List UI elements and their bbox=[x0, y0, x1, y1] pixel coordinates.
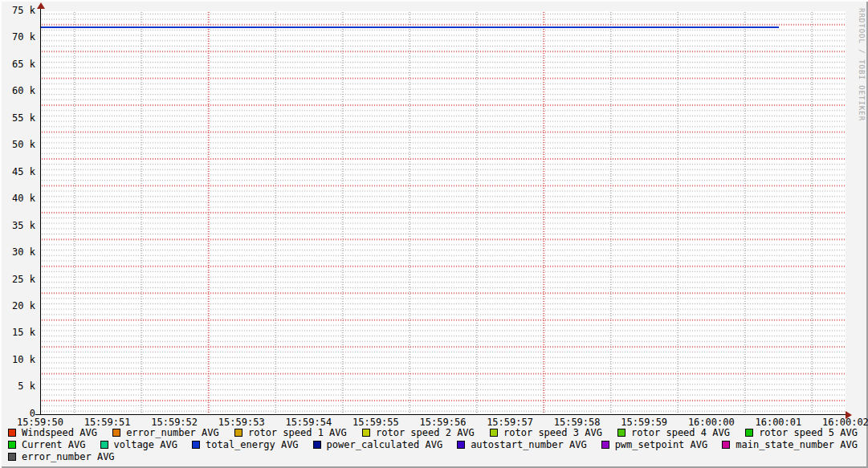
legend-label: autostart_number AVG bbox=[471, 439, 587, 450]
legend-item: error_number AVG bbox=[112, 427, 219, 438]
legend-label: total_energy AVG bbox=[206, 439, 299, 450]
y-tick-label: 30 k bbox=[0, 247, 35, 258]
legend-item: rotor speed 2 AVG bbox=[362, 427, 475, 438]
plot-area bbox=[41, 11, 846, 414]
legend-label: Windspeed AVG bbox=[22, 427, 97, 438]
legend-color-swatch bbox=[601, 441, 609, 449]
legend-item: Current AVG bbox=[8, 439, 85, 450]
legend-color-swatch bbox=[745, 429, 753, 437]
legend-color-swatch bbox=[8, 441, 16, 449]
legend-color-swatch bbox=[8, 429, 16, 437]
legend-item: error_number AVG bbox=[8, 451, 115, 462]
y-tick-label: 5 k bbox=[0, 381, 35, 392]
y-axis-arrow-icon bbox=[37, 2, 45, 9]
legend-label: error_number AVG bbox=[126, 427, 219, 438]
rrdtool-graph: RRDTOOL / TOBI OETIKER 75 k70 k65 k60 k5… bbox=[0, 0, 868, 468]
legend-color-swatch bbox=[457, 441, 465, 449]
y-tick-label: 40 k bbox=[0, 193, 35, 204]
legend-color-swatch bbox=[617, 429, 626, 437]
legend-label: voltage AVG bbox=[114, 439, 177, 450]
legend-item: rotor speed 4 AVG bbox=[617, 427, 730, 438]
rrdtool-watermark: RRDTOOL / TOBI OETIKER bbox=[858, 8, 866, 121]
legend-item: rotor speed 3 AVG bbox=[490, 427, 602, 438]
legend-color-swatch bbox=[100, 441, 108, 449]
legend-item: voltage AVG bbox=[100, 439, 177, 450]
y-tick-label: 25 k bbox=[0, 275, 35, 285]
y-tick-label: 75 k bbox=[0, 6, 35, 16]
legend-label: rotor speed 4 AVG bbox=[631, 427, 730, 438]
legend: Windspeed AVG error_number AVG rotor spe… bbox=[8, 426, 858, 462]
y-tick-label: 50 k bbox=[0, 140, 35, 150]
legend-color-swatch bbox=[722, 441, 730, 449]
legend-label: rotor speed 2 AVG bbox=[376, 427, 475, 438]
x-axis-line bbox=[35, 414, 846, 415]
legend-color-swatch bbox=[234, 429, 242, 437]
legend-label: error_number AVG bbox=[22, 451, 115, 462]
y-tick-label: 60 k bbox=[0, 86, 35, 96]
legend-item: autostart_number AVG bbox=[457, 439, 587, 450]
legend-label: pwm_setpoint AVG bbox=[615, 439, 708, 450]
y-tick-label: 65 k bbox=[0, 59, 35, 70]
legend-label: rotor speed 1 AVG bbox=[248, 427, 347, 438]
legend-item: pwm_setpoint AVG bbox=[601, 439, 708, 450]
y-tick-label: 15 k bbox=[0, 328, 35, 338]
legend-label: Current AVG bbox=[22, 439, 85, 450]
legend-color-swatch bbox=[112, 429, 120, 437]
legend-row-3: error_number AVG bbox=[8, 450, 858, 462]
y-axis-line bbox=[40, 6, 41, 415]
y-tick-label: 55 k bbox=[0, 113, 35, 124]
legend-label: rotor speed 5 AVG bbox=[759, 427, 858, 438]
legend-label: main_state_number AVG bbox=[736, 439, 858, 450]
legend-label: power_calculated AVG bbox=[327, 439, 443, 450]
legend-row-1: Windspeed AVG error_number AVG rotor spe… bbox=[8, 426, 858, 438]
legend-color-swatch bbox=[362, 429, 370, 437]
legend-item: rotor speed 1 AVG bbox=[234, 427, 347, 438]
y-tick-label: 70 k bbox=[0, 32, 35, 43]
y-tick-label: 45 k bbox=[0, 167, 35, 177]
y-tick-label: 35 k bbox=[0, 221, 35, 231]
y-tick-label: 10 k bbox=[0, 355, 35, 365]
legend-color-swatch bbox=[313, 441, 321, 449]
legend-color-swatch bbox=[490, 429, 498, 437]
legend-item: main_state_number AVG bbox=[722, 439, 858, 450]
legend-item: rotor speed 5 AVG bbox=[745, 427, 858, 438]
legend-item: Windspeed AVG bbox=[8, 427, 97, 438]
y-tick-label: 20 k bbox=[0, 301, 35, 311]
legend-item: total_energy AVG bbox=[192, 439, 299, 450]
legend-label: rotor speed 3 AVG bbox=[503, 427, 602, 438]
legend-color-swatch bbox=[192, 441, 200, 449]
y-axis-labels: 75 k70 k65 k60 k55 k50 k45 k40 k35 k30 k… bbox=[0, 6, 35, 419]
legend-color-swatch bbox=[8, 453, 16, 461]
legend-item: power_calculated AVG bbox=[313, 439, 443, 450]
total-energy-line bbox=[41, 26, 779, 28]
legend-row-2: Current AVG voltage AVG total_energy AVG… bbox=[8, 438, 858, 450]
